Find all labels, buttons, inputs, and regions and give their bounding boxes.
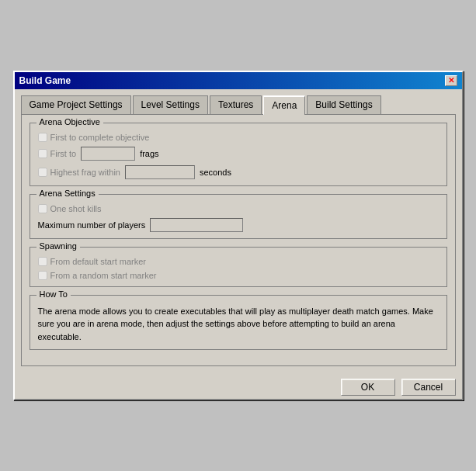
arena-settings-group: Arena Settings One shot kills Maximum nu… (30, 194, 447, 239)
arena-objective-group: Arena Objective First to complete object… (30, 123, 447, 186)
close-icon: ✕ (448, 76, 454, 85)
from-default-row: From default start marker (38, 257, 439, 266)
first-to-complete-checkbox-label[interactable]: First to complete objective (38, 133, 150, 142)
tab-build-settings[interactable]: Build Settings (307, 95, 380, 114)
first-to-checkbox-label[interactable]: First to (38, 149, 77, 158)
highest-frag-label: Highest frag within (50, 168, 121, 177)
spawning-group: Spawning From default start marker From … (30, 247, 447, 287)
ok-button[interactable]: OK (341, 379, 395, 396)
from-random-checkbox[interactable] (38, 271, 47, 280)
highest-frag-row: Highest frag within seconds (38, 165, 439, 179)
cancel-button[interactable]: Cancel (401, 379, 456, 396)
tab-arena[interactable]: Arena (263, 95, 305, 115)
arena-objective-title: Arena Objective (36, 117, 103, 126)
tab-bar: Game Project Settings Level Settings Tex… (21, 95, 456, 115)
button-row: OK Cancel (15, 372, 462, 399)
window-title: Build Game (19, 75, 71, 86)
max-players-row: Maximum number of players (38, 218, 439, 232)
main-content: Arena Objective First to complete object… (21, 115, 456, 367)
one-shot-kills-row: One shot kills (38, 204, 439, 213)
first-to-checkbox[interactable] (38, 149, 47, 158)
spawning-title: Spawning (36, 241, 80, 251)
tab-level-settings[interactable]: Level Settings (133, 95, 208, 114)
from-default-checkbox[interactable] (38, 257, 47, 266)
tab-textures[interactable]: Textures (210, 95, 262, 114)
from-default-checkbox-label[interactable]: From default start marker (38, 257, 146, 266)
how-to-text: The arena mode allows you to create exec… (38, 305, 439, 344)
frags-label: frags (140, 149, 158, 158)
arena-settings-title: Arena Settings (36, 189, 99, 198)
how-to-group: How To The arena mode allows you to crea… (30, 295, 447, 351)
build-game-window: Build Game ✕ Game Project Settings Level… (13, 71, 464, 401)
from-random-checkbox-label[interactable]: From a random start marker (38, 271, 157, 280)
max-players-input[interactable] (150, 218, 243, 232)
from-random-row: From a random start marker (38, 271, 439, 280)
first-to-complete-row: First to complete objective (38, 133, 439, 142)
tab-game-project-settings[interactable]: Game Project Settings (21, 95, 131, 114)
title-bar: Build Game ✕ (15, 72, 462, 89)
one-shot-kills-label: One shot kills (50, 204, 102, 213)
seconds-label: seconds (200, 168, 231, 177)
highest-frag-checkbox-label[interactable]: Highest frag within (38, 168, 121, 177)
first-to-input[interactable] (81, 147, 135, 161)
highest-frag-input[interactable] (125, 165, 195, 179)
one-shot-kills-checkbox[interactable] (38, 204, 47, 213)
from-random-label: From a random start marker (50, 271, 157, 280)
close-button[interactable]: ✕ (445, 75, 457, 86)
how-to-title: How To (36, 289, 71, 299)
first-to-label: First to (50, 149, 77, 158)
first-to-row: First to frags (38, 147, 439, 161)
window-content: Game Project Settings Level Settings Tex… (15, 89, 462, 373)
first-to-complete-checkbox[interactable] (38, 133, 47, 142)
max-players-label: Maximum number of players (38, 220, 146, 230)
from-default-label: From default start marker (50, 257, 146, 266)
one-shot-kills-checkbox-label[interactable]: One shot kills (38, 204, 102, 213)
first-to-complete-label: First to complete objective (50, 133, 150, 142)
highest-frag-checkbox[interactable] (38, 168, 47, 177)
